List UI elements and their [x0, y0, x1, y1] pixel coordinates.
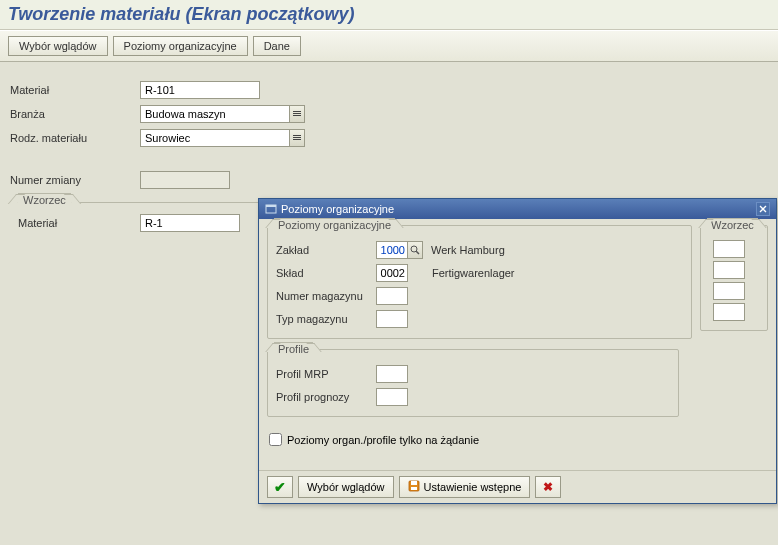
row-industry: Branża — [10, 104, 768, 124]
fcst-profile-input[interactable] — [376, 388, 408, 406]
org-levels-fieldset: Poziomy organizacyjne Zakład Werk Hambur… — [267, 225, 692, 339]
row-mat-type: Rodz. materiału — [10, 128, 768, 148]
sloc-label: Skład — [276, 267, 376, 279]
views-button[interactable]: Wybór wglądów — [8, 36, 108, 56]
plant-label: Zakład — [276, 244, 376, 256]
plant-f4-button[interactable] — [407, 241, 423, 259]
mat-type-input[interactable] — [140, 129, 290, 147]
dialog-reference-title: Wzorzec — [707, 218, 758, 231]
industry-input[interactable] — [140, 105, 290, 123]
dialog-icon — [265, 203, 277, 215]
row-plant: Zakład Werk Hamburg — [276, 240, 683, 260]
mat-type-label: Rodz. materiału — [10, 132, 140, 144]
wh-type-label: Typ magazynu — [276, 313, 376, 325]
list-icon — [293, 135, 301, 141]
row-change-no: Numer zmiany — [10, 170, 768, 190]
material-label: Materiał — [10, 84, 140, 96]
svg-rect-1 — [293, 113, 301, 114]
main-toolbar: Wybór wglądów Poziomy organizacyjne Dane — [0, 30, 778, 62]
dialog-button-bar: ✔ Wybór wglądów Ustawienie wstępne ✖ — [259, 470, 776, 503]
org-levels-fieldset-title: Poziomy organizacyjne — [274, 218, 395, 231]
title-bar: Tworzenie materiału (Ekran początkowy) — [0, 0, 778, 30]
svg-rect-3 — [293, 135, 301, 136]
industry-label: Branża — [10, 108, 140, 120]
svg-rect-14 — [411, 487, 417, 490]
on-request-checkbox[interactable] — [269, 433, 282, 446]
change-no-label: Numer zmiany — [10, 174, 140, 186]
wh-no-label: Numer magazynu — [276, 290, 376, 302]
svg-rect-0 — [293, 111, 301, 112]
wh-type-input[interactable] — [376, 310, 408, 328]
row-wh-no: Numer magazynu — [276, 286, 683, 306]
cancel-button[interactable]: ✖ — [535, 476, 561, 498]
sloc-input[interactable] — [376, 264, 408, 282]
cancel-icon: ✖ — [543, 480, 553, 494]
ref-material-label: Materiał — [18, 217, 140, 229]
svg-rect-2 — [293, 115, 301, 116]
page-title: Tworzenie materiału (Ekran początkowy) — [8, 4, 770, 25]
wh-no-input[interactable] — [376, 287, 408, 305]
industry-dropdown-button[interactable] — [289, 105, 305, 123]
default-setting-label: Ustawienie wstępne — [424, 481, 522, 493]
ref-material-input[interactable] — [140, 214, 240, 232]
reference-group-title: Wzorzec — [18, 193, 71, 206]
ref-sloc-input[interactable] — [713, 261, 745, 279]
ref-wh-no-input[interactable] — [713, 282, 745, 300]
svg-rect-5 — [293, 139, 301, 140]
svg-line-11 — [416, 251, 419, 254]
svg-rect-4 — [293, 137, 301, 138]
row-fcst-profile: Profil prognozy — [276, 387, 670, 407]
mat-type-dropdown-button[interactable] — [289, 129, 305, 147]
org-levels-dialog: Poziomy organizacyjne Poziomy organizacy… — [258, 198, 777, 504]
fcst-profile-label: Profil prognozy — [276, 391, 376, 403]
dialog-content: Poziomy organizacyjne Zakład Werk Hambur… — [259, 219, 776, 470]
ok-button[interactable]: ✔ — [267, 476, 293, 498]
ref-wh-type-input[interactable] — [713, 303, 745, 321]
save-icon — [408, 480, 420, 494]
svg-rect-13 — [411, 481, 417, 485]
default-setting-button[interactable]: Ustawienie wstępne — [399, 476, 531, 498]
close-icon — [759, 205, 767, 213]
svg-point-10 — [411, 246, 417, 252]
row-wh-type: Typ magazynu — [276, 309, 683, 329]
org-levels-button[interactable]: Poziomy organizacyjne — [113, 36, 248, 56]
on-request-label: Poziomy organ./profile tylko na żądanie — [287, 434, 479, 446]
row-sloc: Skład Fertigwarenlager — [276, 263, 683, 283]
mrp-profile-input[interactable] — [376, 365, 408, 383]
dialog-title-bar: Poziomy organizacyjne — [259, 199, 776, 219]
row-mrp-profile: Profil MRP — [276, 364, 670, 384]
plant-input[interactable] — [376, 241, 408, 259]
data-button[interactable]: Dane — [253, 36, 301, 56]
plant-desc: Werk Hamburg — [431, 244, 505, 256]
mrp-profile-label: Profil MRP — [276, 368, 376, 380]
search-help-icon — [410, 245, 420, 255]
svg-rect-7 — [266, 205, 276, 207]
row-material: Materiał — [10, 80, 768, 100]
on-request-check-row: Poziomy organ./profile tylko na żądanie — [267, 427, 768, 464]
list-icon — [293, 111, 301, 117]
dialog-title: Poziomy organizacyjne — [281, 203, 394, 215]
ref-plant-input[interactable] — [713, 240, 745, 258]
sloc-desc: Fertigwarenlager — [432, 267, 515, 279]
dialog-views-button[interactable]: Wybór wglądów — [298, 476, 394, 498]
dialog-close-button[interactable] — [756, 202, 770, 216]
dialog-reference-fieldset: Wzorzec — [700, 225, 768, 331]
material-input[interactable] — [140, 81, 260, 99]
profile-fieldset-title: Profile — [274, 342, 313, 355]
change-no-input[interactable] — [140, 171, 230, 189]
profile-fieldset: Profile Profil MRP Profil prognozy — [267, 349, 679, 417]
check-icon: ✔ — [274, 479, 286, 495]
